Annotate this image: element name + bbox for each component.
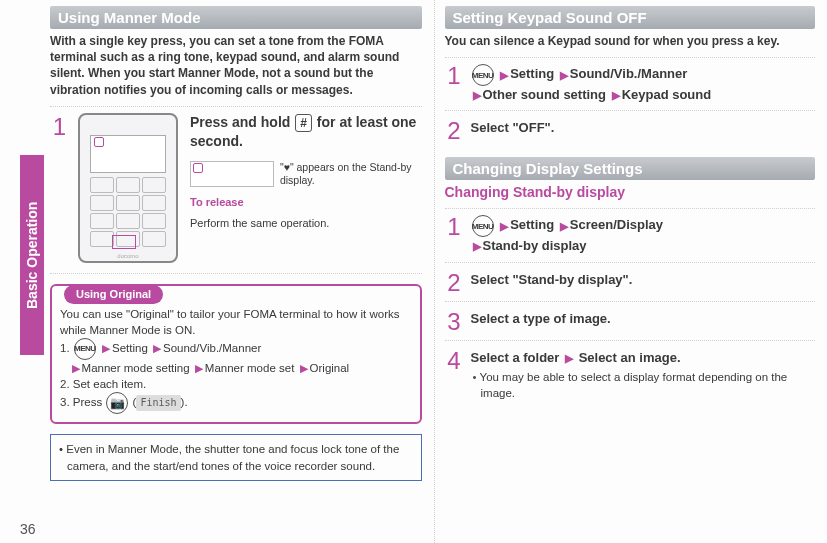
step-body: Select "Stand-by display". bbox=[471, 271, 816, 289]
nav-setting: Setting bbox=[510, 67, 554, 82]
step4-a: Select a folder bbox=[471, 350, 560, 365]
step-number: 4 bbox=[445, 349, 461, 373]
step-body: Select "OFF". bbox=[471, 119, 816, 137]
standby-lcd-icon bbox=[190, 161, 274, 187]
nav-setting: Setting bbox=[510, 218, 554, 233]
chevron-right-icon: ▶ bbox=[100, 342, 112, 354]
hash-key-highlight-icon bbox=[112, 235, 136, 249]
menu-button-icon: MENU bbox=[472, 215, 494, 237]
chevron-right-icon: ▶ bbox=[471, 89, 483, 101]
step1-text-a: Press and hold bbox=[190, 114, 294, 130]
heading-keypad-sound: Setting Keypad Sound OFF bbox=[445, 6, 816, 29]
keypad-step-1: 1 MENU ▶Setting ▶Sound/Vib./Manner ▶Othe… bbox=[445, 64, 816, 111]
manner-indicator-highlight-icon bbox=[94, 137, 104, 147]
chevron-right-icon: ▶ bbox=[610, 89, 622, 101]
chevron-right-icon: ▶ bbox=[498, 220, 510, 232]
callout-3-c: ). bbox=[181, 396, 188, 408]
nav-sound: Sound/Vib./Manner bbox=[570, 67, 688, 82]
step-body: MENU ▶Setting ▶Screen/Display ▶Stand-by … bbox=[471, 215, 816, 255]
step-number: 1 bbox=[445, 64, 461, 88]
heading-display-settings: Changing Display Settings bbox=[445, 157, 816, 180]
intro-manner-mode: With a single key press, you can set a t… bbox=[50, 33, 422, 98]
step-number: 1 bbox=[445, 215, 461, 239]
step-1-text: Press and hold # for at least one second… bbox=[190, 113, 422, 263]
step-body: Select a type of image. bbox=[471, 310, 816, 328]
nav-mmset: Manner mode set bbox=[205, 362, 295, 374]
callout-3-a: 3. Press bbox=[60, 396, 105, 408]
nav-other-sound: Other sound setting bbox=[483, 87, 607, 102]
display-step-4: 4 Select a folder ▶ Select an image. You… bbox=[445, 349, 816, 407]
chevron-right-icon: ▶ bbox=[70, 362, 82, 374]
step-1-row: 1 docomo Press and hold # for at least o… bbox=[50, 113, 422, 274]
note-box: Even in Manner Mode, the shutter tone an… bbox=[50, 434, 422, 480]
finish-softkey-icon: Finish bbox=[136, 395, 180, 411]
menu-button-icon: MENU bbox=[472, 64, 494, 86]
separator bbox=[445, 208, 816, 209]
callout-item-1: 1. MENU ▶Setting ▶Sound/Vib./Manner ▶Man… bbox=[60, 338, 412, 376]
separator bbox=[50, 106, 422, 107]
chevron-right-icon: ▶ bbox=[558, 69, 570, 81]
menu-button-icon: MENU bbox=[74, 338, 96, 360]
nav-keypad-sound: Keypad sound bbox=[622, 87, 712, 102]
phone-illustration: docomo bbox=[78, 113, 178, 263]
nav-mmsetting: Manner mode setting bbox=[82, 362, 190, 374]
step4-note: You may be able to select a display form… bbox=[471, 369, 816, 401]
appears-caption: "♥" appears on the Stand-by display. bbox=[280, 161, 422, 186]
content-columns: Using Manner Mode With a single key pres… bbox=[40, 0, 827, 543]
standby-sample: "♥" appears on the Stand-by display. bbox=[190, 161, 422, 187]
step-body: MENU ▶Setting ▶Sound/Vib./Manner ▶Other … bbox=[471, 64, 816, 104]
nav-screen-display: Screen/Display bbox=[570, 218, 663, 233]
step-number: 1 bbox=[50, 115, 66, 263]
nav-sound: Sound/Vib./Manner bbox=[163, 342, 261, 354]
display-step-2: 2 Select "Stand-by display". bbox=[445, 271, 816, 302]
separator bbox=[445, 57, 816, 58]
chevron-right-icon: ▶ bbox=[563, 352, 575, 364]
nav-standby-display: Stand-by display bbox=[483, 238, 587, 253]
left-column: Using Manner Mode With a single key pres… bbox=[40, 0, 434, 543]
to-release-label: To release bbox=[190, 195, 422, 210]
callout-tag: Using Original bbox=[64, 285, 163, 304]
note-text: Even in Manner Mode, the shutter tone an… bbox=[59, 441, 413, 473]
side-tab: Basic Operation 36 bbox=[0, 0, 40, 543]
camera-button-icon: 📷 bbox=[106, 392, 128, 414]
page-number: 36 bbox=[20, 521, 36, 537]
to-release-text: Perform the same operation. bbox=[190, 216, 422, 231]
callout-1-lead: 1. bbox=[60, 342, 73, 354]
hash-key-icon: # bbox=[295, 114, 312, 132]
chevron-right-icon: ▶ bbox=[298, 362, 310, 374]
chevron-right-icon: ▶ bbox=[151, 342, 163, 354]
callout-item-3: 3. Press 📷 (Finish). bbox=[60, 392, 412, 414]
step-number: 3 bbox=[445, 310, 461, 334]
chevron-right-icon: ▶ bbox=[193, 362, 205, 374]
chevron-right-icon: ▶ bbox=[558, 220, 570, 232]
step-body: Select a folder ▶ Select an image. You m… bbox=[471, 349, 816, 401]
step4-b: Select an image. bbox=[579, 350, 681, 365]
chevron-right-icon: ▶ bbox=[471, 240, 483, 252]
callout-intro: You can use "Original" to tailor your FO… bbox=[60, 306, 412, 338]
lcd-indicator-icon bbox=[193, 163, 203, 173]
intro-keypad-sound: You can silence a Keypad sound for when … bbox=[445, 33, 816, 49]
heading-manner-mode: Using Manner Mode bbox=[50, 6, 422, 29]
keypad-step-2: 2 Select "OFF". bbox=[445, 119, 816, 149]
right-column: Setting Keypad Sound OFF You can silence… bbox=[434, 0, 828, 543]
step-number: 2 bbox=[445, 119, 461, 143]
step-number: 2 bbox=[445, 271, 461, 295]
using-original-callout: Using Original You can use "Original" to… bbox=[50, 284, 422, 425]
nav-original: Original bbox=[310, 362, 350, 374]
display-step-3: 3 Select a type of image. bbox=[445, 310, 816, 341]
phone-brand-label: docomo bbox=[80, 253, 176, 259]
chevron-right-icon: ▶ bbox=[498, 69, 510, 81]
subheading-standby-display: Changing Stand-by display bbox=[445, 184, 816, 202]
appears-text: " appears on the Stand-by display. bbox=[280, 161, 412, 186]
nav-setting: Setting bbox=[112, 342, 148, 354]
display-step-1: 1 MENU ▶Setting ▶Screen/Display ▶Stand-b… bbox=[445, 215, 816, 262]
callout-item-2: 2. Set each item. bbox=[60, 376, 412, 392]
